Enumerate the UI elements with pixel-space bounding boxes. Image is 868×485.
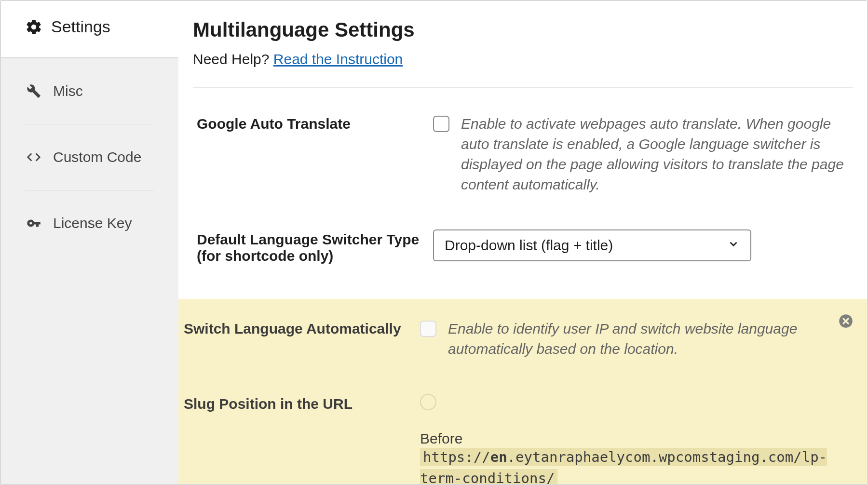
sidebar-item-misc[interactable]: Misc — [25, 58, 154, 124]
sidebar-items: Misc Custom Code License Key — [1, 58, 178, 256]
wrench-icon — [25, 82, 42, 100]
pro-notice-box: Switch Language Automatically Enable to … — [178, 299, 867, 484]
chevron-down-icon — [727, 237, 740, 254]
setting-description: Enable to activate webpages auto transla… — [461, 114, 849, 195]
page-title: Multilanguage Settings — [193, 18, 853, 41]
slug-before-label: Before https://en.eytanraphaelycom.wpcom… — [420, 431, 852, 484]
sidebar-item-custom-code[interactable]: Custom Code — [25, 124, 154, 190]
gear-icon — [25, 18, 42, 36]
main-content: Multilanguage Settings Need Help? Read t… — [178, 1, 867, 484]
key-icon — [25, 215, 42, 232]
section-divider — [193, 87, 853, 88]
sidebar-item-license-key[interactable]: License Key — [25, 190, 154, 256]
setting-label: Slug Position in the URL — [184, 394, 420, 412]
google-translate-checkbox[interactable] — [433, 116, 449, 132]
sidebar-title: Settings — [51, 17, 110, 36]
setting-google-translate: Google Auto Translate Enable to activate… — [193, 114, 853, 195]
setting-slug-position: Slug Position in the URL Before https://… — [184, 394, 852, 484]
setting-switcher-type: Default Language Switcher Type (for shor… — [193, 229, 853, 264]
notice-close-button[interactable] — [839, 314, 853, 332]
setting-label: Google Auto Translate — [197, 114, 433, 132]
select-value: Drop-down list (flag + title) — [445, 237, 613, 254]
auto-switch-checkbox — [420, 321, 436, 337]
setting-control: Before https://en.eytanraphaelycom.wpcom… — [420, 394, 852, 484]
setting-label: Default Language Switcher Type (for shor… — [197, 229, 433, 264]
sidebar-item-label: License Key — [53, 215, 132, 231]
setting-label: Switch Language Automatically — [184, 319, 420, 337]
help-line: Need Help? Read the Instruction — [193, 51, 853, 67]
help-prefix: Need Help? — [193, 51, 273, 67]
settings-panel: Settings Misc Custom Code Lice — [0, 0, 868, 485]
setting-control: Enable to identify user IP and switch we… — [420, 319, 852, 359]
sidebar: Settings Misc Custom Code Lice — [1, 1, 178, 484]
main-inner: Multilanguage Settings Need Help? Read t… — [178, 18, 867, 264]
sidebar-item-label: Misc — [53, 83, 83, 99]
select-wrap: Drop-down list (flag + title) — [433, 229, 751, 261]
slug-before-radio — [420, 394, 436, 410]
option-before-text: Before — [420, 431, 462, 446]
setting-auto-switch: Switch Language Automatically Enable to … — [184, 319, 852, 359]
setting-description: Enable to identify user IP and switch we… — [448, 319, 852, 359]
code-icon — [25, 148, 42, 166]
setting-control: Enable to activate webpages auto transla… — [433, 114, 849, 195]
help-link[interactable]: Read the Instruction — [273, 51, 403, 67]
sidebar-header: Settings — [1, 1, 178, 58]
switcher-type-select[interactable]: Drop-down list (flag + title) — [433, 229, 751, 261]
sidebar-item-label: Custom Code — [53, 149, 141, 165]
setting-control: Drop-down list (flag + title) — [433, 229, 849, 261]
url-example: https://en.eytanraphaelycom.wpcomstaging… — [420, 448, 827, 484]
